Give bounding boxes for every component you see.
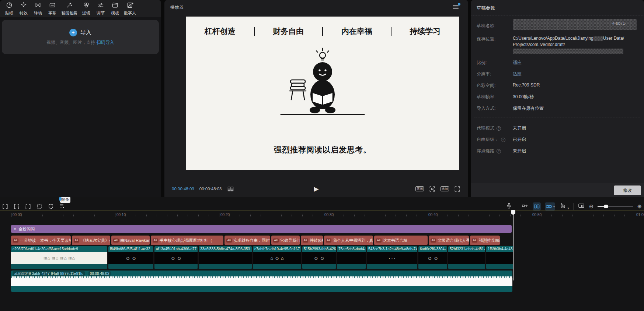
tool-range-icon[interactable]	[36, 203, 43, 211]
tool-select-icon[interactable]	[1, 203, 9, 211]
ruler-minor-tick	[115, 215, 115, 216]
video-preview[interactable]: 杠杆创造财务自由内在幸福持续学习 强烈推荐阅读以启发思考。	[186, 17, 459, 170]
toolbar-item-adjust[interactable]: 调节	[95, 1, 106, 16]
toolbar-item-sticker[interactable]: 贴纸	[4, 1, 15, 16]
divider	[471, 15, 644, 15]
ruler-minor-tick	[292, 215, 292, 216]
subtitle-clip[interactable]: A≡非常适合现代人寻求	[429, 236, 469, 245]
timeline-left-tools	[1, 203, 66, 211]
subtitle-clip-text: 三分钟读一本书，今天要读的是[美] 埃	[20, 238, 71, 243]
zoom-out-icon[interactable]: ⊖	[589, 203, 594, 210]
transition-icon	[34, 1, 42, 10]
video-clip[interactable]: af13a45f-01ab-4366-a77☺ ☺	[154, 246, 198, 269]
link-toggle[interactable]: ▾	[545, 202, 556, 211]
draft-toggle-value: 已开启	[513, 137, 526, 143]
subtitle-clip[interactable]: A≡《纳瓦尔宝典》是一本	[72, 236, 110, 245]
cursor-mode[interactable]: ▾	[559, 202, 569, 211]
ruler-minor-tick	[42, 215, 43, 216]
sparkle-icon: ✦	[13, 227, 17, 232]
preview-frames-icon[interactable]	[533, 202, 541, 211]
ruler-label: 00:10	[116, 213, 126, 217]
subtitle-clip[interactable]: A≡实现财务自由，同时追求内	[224, 236, 270, 245]
video-clip-foot	[448, 264, 485, 269]
video-clip-name: c296f70f-ed61-4c20-af3f-acc15addade9	[11, 246, 107, 252]
video-clip[interactable]: 6ad6c2f6-3304-☺ ☺	[418, 246, 447, 269]
help-icon[interactable]: ?	[497, 126, 501, 131]
toolbar-item-template[interactable]: 模板	[109, 1, 121, 16]
subtitle-clip[interactable]: A≡我个人从中领悟到，真正的富	[324, 236, 373, 245]
video-clip[interactable]: 515b2993-fab3-426☺ ☺	[302, 246, 336, 269]
frames-grid-icon[interactable]	[227, 185, 234, 192]
ruler-minor-tick	[354, 215, 355, 216]
subtitle-clip-text: 我个人从中领悟到，真正的富	[333, 238, 373, 243]
divider	[573, 203, 574, 210]
draft-toggle-value: 未开启	[513, 125, 526, 131]
toolbar-item-subtitle[interactable]: 字幕	[47, 1, 58, 16]
slider-handle[interactable]	[604, 205, 608, 208]
preview-tab: 财务自由	[273, 26, 304, 36]
video-clip[interactable]: 52bf3231-ebdc-4d81-	[448, 246, 485, 269]
video-clip-name: 75ae5cb3-dad4-	[337, 246, 366, 252]
ratio-button[interactable]: 比例	[441, 186, 449, 192]
zoom-in-icon[interactable]: ⊕	[637, 203, 642, 210]
chevron-down-icon[interactable]: ▾	[567, 206, 569, 210]
timeline-ruler[interactable]: 00:0000:1000:2000:3000:4000:5001:00	[0, 211, 644, 220]
snap-icon[interactable]	[521, 202, 529, 211]
ruler-label: 00:50	[532, 213, 542, 217]
subtitle-clip[interactable]: A≡并鼓励持续学	[301, 236, 323, 245]
subtitle-clip[interactable]: A≡强烈推荐阅读	[470, 236, 500, 245]
video-clip-thumbnails: ∙ ∙ ∙	[367, 252, 417, 264]
player-panel: 播放器 杠杆创造财务自由内在幸福持续学习	[164, 0, 468, 197]
tool-shield-icon[interactable]	[47, 203, 55, 211]
subtitle-clip[interactable]: A≡它教导我们，“用	[271, 236, 300, 245]
subtitle-clip-text: 非常适合现代人寻求	[438, 238, 469, 243]
audio-track-clip[interactable]: ab832049-3ab5-4247-94a8-8877c11e91fc 00:…	[11, 271, 512, 292]
subtitle-clip[interactable]: A≡由Naval Ravikant的思	[111, 236, 150, 245]
modify-button[interactable]: 修改	[614, 185, 641, 195]
timeline-zoom-slider[interactable]	[598, 204, 633, 209]
draft-field-value[interactable]: 适应	[513, 60, 522, 66]
fullscreen-icon[interactable]	[454, 185, 461, 192]
video-clip-thumbnails	[199, 252, 252, 264]
effect-track-clip[interactable]: ✦ 金粉闪闪	[11, 225, 512, 233]
tool-trim-right-icon[interactable]	[24, 203, 32, 211]
tool-trim-left-icon[interactable]	[13, 203, 20, 211]
toolbar-item-digital-human[interactable]: 数字人	[124, 1, 136, 16]
tool-text-clear-icon[interactable]	[59, 203, 66, 211]
video-clip[interactable]: 75ae5cb3-dad4-	[337, 246, 366, 269]
ruler-minor-tick	[261, 215, 261, 216]
draft-params-title: 草稿参数	[471, 0, 644, 15]
playhead[interactable]	[513, 211, 514, 280]
mic-icon[interactable]	[505, 202, 513, 211]
chevron-down-icon[interactable]: ▾	[553, 205, 555, 208]
video-clip[interactable]: 33a6f838-5b8c-474a-8f93-353	[199, 246, 252, 269]
subtitle-clip[interactable]: A≡三分钟读一本书，今天要读的是[美] 埃	[11, 236, 71, 245]
preview-quality-icon[interactable]	[578, 202, 585, 211]
help-icon[interactable]: ?	[501, 138, 505, 142]
ruler-major-tick	[427, 213, 427, 217]
video-clip[interactable]: f849bd86-f5f5-4f11-ae32☺ ☺	[108, 246, 153, 269]
draft-field-value[interactable]: 适应	[513, 71, 522, 77]
subtitle-clip[interactable]: A≡这本书语言精	[374, 236, 428, 245]
ruler-minor-tick	[271, 215, 271, 216]
toolbar-item-effects[interactable]: 特效	[18, 1, 29, 16]
subtitle-clip-text: 强烈推荐阅读	[479, 238, 500, 243]
import-button[interactable]: + 导入	[69, 29, 91, 36]
player-menu-icon[interactable]	[453, 4, 459, 10]
toolbar-item-filter[interactable]: 滤镜	[81, 1, 92, 16]
play-button[interactable]: ▶	[314, 185, 318, 193]
limited-free-badge: 限免	[60, 197, 70, 203]
video-clip[interactable]: c296f70f-ed61-4c20-af3f-acc15addade9≋⌂ ≋…	[11, 246, 107, 269]
video-clip[interactable]: 543cc7b3-1a2c-48e9-a8db-74∙ ∙ ∙	[367, 246, 417, 269]
focus-zoom-icon[interactable]	[429, 185, 436, 192]
video-clip[interactable]: 1f69b3b4-4a43-	[486, 246, 514, 269]
subtitle-clip[interactable]: A≡书中核心观点强调通过杠杆（	[151, 236, 223, 245]
quality-original-button[interactable]: 原画	[415, 186, 424, 192]
draft-name-fragment: 4-bb71-	[612, 21, 626, 25]
video-clip-thumbnails: ☺ ☺	[154, 252, 198, 264]
toolbar-item-transition[interactable]: 转场	[32, 1, 43, 16]
scan-import-link[interactable]: 扫码导入	[97, 40, 114, 45]
video-clip[interactable]: c7abfc7e-db10-4e95-9a1f-7⌂ ☺ ⌂	[253, 246, 301, 269]
toolbar-item-smart-package[interactable]: 智能包装	[61, 1, 77, 16]
help-icon[interactable]: ?	[497, 149, 501, 153]
